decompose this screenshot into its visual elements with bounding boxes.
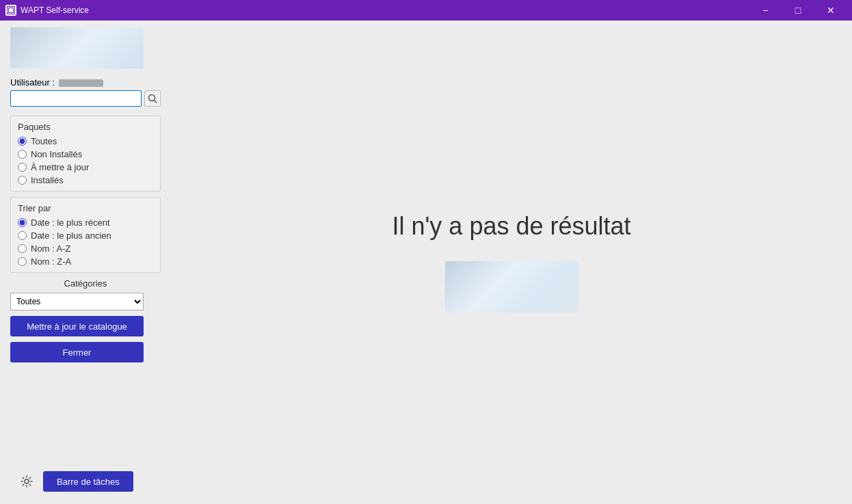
taskbar-button[interactable]: Barre de tâches — [43, 471, 133, 492]
radio-date-ancien[interactable] — [18, 231, 27, 240]
gear-icon — [20, 475, 34, 488]
paquets-panel: Paquets Toutes Non Installés À mettre à … — [10, 116, 161, 191]
user-value — [59, 79, 103, 87]
radio-item-nom-za[interactable]: Nom : Z-A — [18, 256, 153, 267]
radio-item-nom-az[interactable]: Nom : A-Z — [18, 243, 153, 254]
close-button[interactable]: ✕ — [815, 0, 847, 21]
radio-non-installes-label: Non Installés — [31, 149, 82, 159]
radio-date-recent[interactable] — [18, 218, 27, 227]
radio-installes[interactable] — [18, 176, 27, 185]
user-label-row: Utilisateur : — [10, 77, 161, 88]
search-button[interactable] — [144, 90, 161, 107]
main-content: Utilisateur : Paquets Toutes — [0, 21, 852, 504]
categories-section: Catégories Toutes — [10, 278, 161, 310]
search-input[interactable] — [10, 90, 142, 107]
categories-select[interactable]: Toutes — [10, 293, 144, 310]
app-title: WAPT Self-service — [21, 5, 89, 15]
radio-nom-za[interactable] — [18, 257, 27, 266]
radio-item-date-ancien[interactable]: Date : le plus ancien — [18, 230, 153, 241]
content-image — [445, 261, 578, 313]
titlebar-left: WAPT Self-service — [5, 5, 89, 16]
radio-item-installes[interactable]: Installés — [18, 175, 153, 185]
svg-rect-3 — [9, 8, 13, 12]
radio-date-recent-label: Date : le plus récent — [31, 217, 110, 228]
gear-button[interactable] — [17, 472, 36, 491]
radio-item-non-installes[interactable]: Non Installés — [18, 149, 153, 159]
radio-installes-label: Installés — [31, 175, 64, 185]
radio-item-date-recent[interactable]: Date : le plus récent — [18, 217, 153, 228]
radio-nom-za-label: Nom : Z-A — [31, 256, 71, 267]
radio-a-mettre-a-jour-label: À mettre à jour — [31, 162, 89, 172]
window-controls: − □ ✕ — [749, 0, 847, 21]
logo — [10, 27, 144, 68]
categories-label: Catégories — [10, 278, 161, 289]
search-row — [10, 90, 161, 107]
trier-par-radio-group: Date : le plus récent Date : le plus anc… — [18, 217, 153, 267]
maximize-button[interactable]: □ — [782, 0, 814, 21]
close-app-button[interactable]: Fermer — [10, 342, 144, 362]
app-icon — [5, 5, 16, 16]
titlebar: WAPT Self-service − □ ✕ — [0, 0, 852, 21]
svg-line-5 — [155, 101, 157, 103]
radio-item-a-mettre-a-jour[interactable]: À mettre à jour — [18, 162, 153, 172]
user-area: Utilisateur : — [10, 77, 161, 107]
minimize-button[interactable]: − — [749, 0, 781, 21]
trier-par-panel: Trier par Date : le plus récent Date : l… — [10, 197, 161, 273]
no-result-text: Il n'y a pas de résultat — [392, 212, 630, 241]
sidebar: Utilisateur : Paquets Toutes — [0, 21, 171, 504]
bottom-bar: Barre de tâches — [10, 466, 161, 497]
radio-non-installes[interactable] — [18, 150, 27, 159]
trier-par-title: Trier par — [18, 203, 153, 213]
user-label: Utilisateur : — [10, 77, 55, 88]
search-icon — [148, 94, 157, 103]
radio-toutes-label: Toutes — [31, 136, 57, 146]
radio-item-toutes[interactable]: Toutes — [18, 136, 153, 146]
radio-a-mettre-a-jour[interactable] — [18, 163, 27, 172]
sidebar-spacer — [10, 368, 161, 460]
radio-nom-az-label: Nom : A-Z — [31, 243, 71, 254]
paquets-title: Paquets — [18, 122, 153, 132]
svg-point-6 — [25, 479, 29, 483]
radio-date-ancien-label: Date : le plus ancien — [31, 230, 111, 241]
content-area: Il n'y a pas de résultat — [171, 21, 852, 504]
radio-nom-az[interactable] — [18, 244, 27, 253]
radio-toutes[interactable] — [18, 137, 27, 146]
update-catalog-button[interactable]: Mettre à jour le catalogue — [10, 316, 144, 336]
paquets-radio-group: Toutes Non Installés À mettre à jour Ins… — [18, 136, 153, 185]
